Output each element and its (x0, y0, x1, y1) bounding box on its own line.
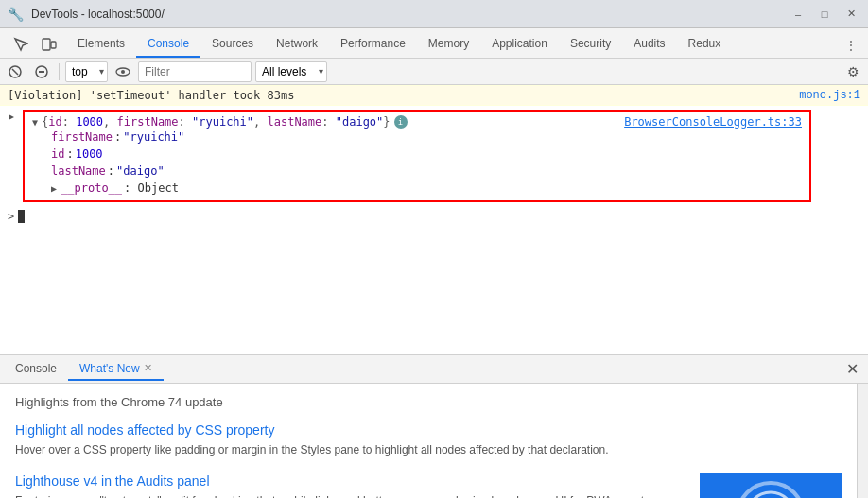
prop-firstname: firstName: "ryuichi" (51, 129, 802, 146)
object-expand-triangle[interactable] (32, 117, 38, 128)
tab-elements[interactable]: Elements (66, 31, 136, 58)
filter-input[interactable] (138, 61, 252, 82)
violation-row: [Violation] 'setTimeout' handler took 83… (0, 85, 868, 106)
tab-audits[interactable]: Audits (622, 31, 676, 58)
console-content: [Violation] 'setTimeout' handler took 83… (0, 85, 868, 354)
bottom-tab-close-icon[interactable]: ✕ (144, 362, 152, 374)
devtools-tab-bar: Elements Console Sources Network Perform… (0, 28, 868, 59)
bottom-tab-bar: Console What's New ✕ ✕ (0, 355, 868, 384)
whats-new-content: Highlights from the Chrome 74 update Hig… (0, 384, 857, 498)
minimize-button[interactable]: – (789, 5, 807, 24)
object-source-link[interactable]: BrowserConsoleLogger.ts:33 (624, 115, 802, 129)
tab-redux[interactable]: Redux (677, 31, 733, 58)
console-input-line: > (0, 206, 868, 227)
console-toolbar: top ▾ All levels ▾ ⚙ (0, 59, 868, 85)
svg-point-10 (747, 492, 794, 498)
info-icon[interactable]: i (394, 115, 408, 129)
svg-line-3 (12, 69, 18, 75)
bottom-tab-console[interactable]: Console (4, 358, 68, 381)
feature-lighthouse-text: Lighthouse v4 in the Audits panel Featur… (15, 473, 688, 498)
tab-application[interactable]: Application (480, 31, 559, 58)
bottom-panel: Console What's New ✕ ✕ Highlights from t… (0, 354, 868, 498)
clear-console-button[interactable] (4, 60, 26, 83)
stop-recording-button[interactable] (30, 60, 53, 83)
inspect-element-button[interactable] (8, 31, 34, 58)
levels-select[interactable]: All levels (255, 61, 327, 82)
console-cursor (18, 210, 25, 223)
console-settings-button[interactable]: ⚙ (842, 60, 864, 83)
feature-css-desc: Hover over a CSS property like padding o… (15, 441, 842, 458)
whats-new-header: Highlights from the Chrome 74 update (15, 395, 842, 409)
svg-point-7 (121, 70, 125, 74)
console-object: {id: 1000, firstName: "ryuichi", lastNam… (23, 110, 811, 202)
feature-lighthouse: Lighthouse v4 in the Audits panel Featur… (15, 473, 842, 498)
feature-image-svg (733, 478, 808, 498)
context-select-wrapper: top ▾ (65, 61, 108, 82)
feature-lighthouse-title[interactable]: Lighthouse v4 in the Audits panel (15, 473, 688, 489)
bottom-tab-whats-new-label: What's New (79, 362, 140, 375)
eye-button[interactable] (112, 60, 134, 83)
levels-select-wrapper: All levels ▾ (255, 61, 327, 82)
tab-performance[interactable]: Performance (329, 31, 417, 58)
tab-network[interactable]: Network (265, 31, 329, 58)
feature-image: new (700, 473, 842, 498)
close-bottom-panel-button[interactable]: ✕ (841, 360, 864, 378)
object-properties: firstName: "ryuichi" id: 1000 lastName: … (32, 129, 802, 197)
violation-link[interactable]: mono.js:1 (799, 89, 860, 102)
prop-proto: ▶ __proto__: Object (51, 180, 802, 197)
svg-rect-1 (51, 42, 56, 48)
device-toolbar-button[interactable] (36, 31, 62, 58)
devtools-left-icons (4, 31, 66, 58)
expand-arrow[interactable] (6, 112, 17, 123)
svg-marker-8 (9, 114, 14, 120)
feature-css-title[interactable]: Highlight all nodes affected by CSS prop… (15, 422, 842, 438)
prop-lastname: lastName: "daigo" (51, 163, 802, 180)
context-select[interactable]: top (65, 61, 108, 82)
svg-point-9 (738, 483, 804, 498)
tab-memory[interactable]: Memory (417, 31, 480, 58)
maximize-button[interactable]: □ (815, 5, 834, 24)
tab-sources[interactable]: Sources (200, 31, 265, 58)
tab-console[interactable]: Console (136, 31, 200, 58)
prop-id: id: 1000 (51, 146, 802, 163)
bottom-tab-whats-new[interactable]: What's New ✕ (68, 358, 164, 381)
devtools-favicon: 🔧 (8, 7, 24, 22)
close-button[interactable]: ✕ (842, 5, 860, 24)
more-tabs-button[interactable]: ⋮ (838, 33, 864, 58)
title-bar: 🔧 DevTools - localhost:5000/ – □ ✕ (0, 0, 868, 28)
console-prompt: > (8, 210, 14, 223)
feature-css-text: Highlight all nodes affected by CSS prop… (15, 422, 842, 458)
object-header: {id: 1000, firstName: "ryuichi", lastNam… (42, 115, 391, 129)
tab-security[interactable]: Security (559, 31, 622, 58)
feature-css-property: Highlight all nodes affected by CSS prop… (15, 422, 842, 458)
toolbar-divider-1 (59, 63, 60, 80)
feature-lighthouse-desc: Featuring a new "tap targets" audit for … (15, 492, 688, 498)
violation-text: [Violation] 'setTimeout' handler took 83… (8, 89, 294, 102)
scrollbar[interactable] (857, 384, 868, 498)
window-title: DevTools - localhost:5000/ (31, 8, 781, 21)
bottom-tab-console-label: Console (15, 362, 57, 375)
svg-rect-0 (43, 39, 50, 50)
